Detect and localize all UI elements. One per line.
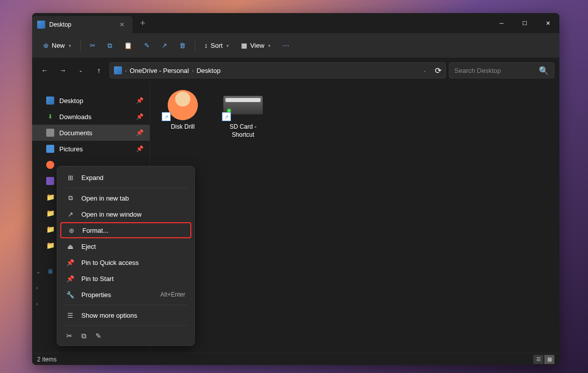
rename-button[interactable]: ✎ xyxy=(139,39,155,52)
copy-icon[interactable]: ⧉ xyxy=(81,332,86,340)
new-button[interactable]: ⊕ New ▾ xyxy=(38,39,76,52)
search-icon: 🔍 xyxy=(539,66,549,75)
recent-button[interactable]: ⌄ xyxy=(73,63,88,78)
format-icon: ⊛ xyxy=(67,227,75,234)
video-icon xyxy=(46,177,54,185)
download-icon: ⬇ xyxy=(46,113,54,121)
plus-icon: ⊕ xyxy=(43,42,49,49)
navbar: ← → ⌄ ↑ › OneDrive - Personal › Desktop … xyxy=(32,58,559,82)
pin-icon: 📌 xyxy=(136,129,144,136)
view-button[interactable]: ▦ View ▾ xyxy=(236,39,276,52)
chevron-down-icon[interactable]: ⌄ xyxy=(418,68,427,73)
shortcut-arrow-icon: ↗ xyxy=(222,112,231,121)
cut-icon: ✂ xyxy=(90,42,95,49)
pictures-icon xyxy=(46,145,54,153)
sidebar-item-desktop[interactable]: Desktop 📌 xyxy=(32,92,150,109)
cut-button[interactable]: ✂ xyxy=(85,39,100,52)
ctx-open-new-tab[interactable]: ⧉ Open in new tab xyxy=(60,190,191,206)
chevron-down-icon: ▾ xyxy=(268,43,271,48)
status-bar: 2 items ☰ ▦ xyxy=(32,353,559,365)
pin-icon: 📌 xyxy=(66,275,74,283)
copy-icon: ⧉ xyxy=(107,42,112,50)
shortcut-arrow-icon: ↗ xyxy=(162,112,171,121)
cut-icon[interactable]: ✂ xyxy=(66,332,72,340)
search-input[interactable] xyxy=(454,67,539,74)
minimize-button[interactable]: ─ xyxy=(490,13,513,33)
breadcrumb-part[interactable]: OneDrive - Personal xyxy=(130,67,189,74)
file-item-sdcard[interactable]: ↗ SD Card - Shortcut xyxy=(220,88,266,139)
chevron-right-icon: › xyxy=(125,68,127,73)
paste-icon: 📋 xyxy=(124,42,132,49)
file-item-diskdrill[interactable]: ↗ Disk Drill xyxy=(160,88,205,139)
rename-icon[interactable]: ✎ xyxy=(95,332,101,340)
ctx-pin-quick-access[interactable]: 📌 Pin to Quick access xyxy=(60,254,191,270)
delete-button[interactable]: 🗑 xyxy=(174,39,191,52)
rename-icon: ✎ xyxy=(144,42,150,49)
view-icon: ▦ xyxy=(241,42,247,49)
up-button[interactable]: ↑ xyxy=(91,63,106,78)
drive-icon: ↗ xyxy=(222,88,264,121)
pin-icon: 📌 xyxy=(136,145,144,152)
ctx-format[interactable]: ⊛ Format... xyxy=(60,222,191,238)
tab-desktop[interactable]: Desktop ✕ xyxy=(32,16,133,33)
ctx-properties[interactable]: 🔧 Properties Alt+Enter xyxy=(60,287,191,303)
sidebar-item-pictures[interactable]: Pictures 📌 xyxy=(32,141,150,157)
folder-icon: 📁 xyxy=(46,241,54,249)
folder-icon: 📁 xyxy=(46,225,54,233)
ctx-show-more[interactable]: ☰ Show more options xyxy=(60,307,191,323)
copy-button[interactable]: ⧉ xyxy=(102,39,117,53)
folder-icon: 📁 xyxy=(46,193,54,201)
window-icon: ↗ xyxy=(66,211,74,218)
address-bar[interactable]: › OneDrive - Personal › Desktop ⌄ ⟳ xyxy=(109,62,446,78)
refresh-button[interactable]: ⟳ xyxy=(435,66,441,75)
share-icon: ↗ xyxy=(162,42,167,49)
details-view-button[interactable]: ☰ xyxy=(533,355,543,364)
chevron-down-icon: ▾ xyxy=(69,43,71,48)
sort-button[interactable]: ↕ Sort ▾ xyxy=(199,39,234,52)
new-tab-button[interactable]: + xyxy=(140,18,146,29)
separator xyxy=(80,40,81,51)
paste-button[interactable]: 📋 xyxy=(119,39,137,52)
separator xyxy=(64,325,187,326)
more-button[interactable]: ⋯ xyxy=(278,39,294,52)
main-pane[interactable]: ↗ Disk Drill ↗ SD Card - Shortcut xyxy=(150,82,559,353)
forward-button[interactable]: → xyxy=(55,63,70,78)
close-button[interactable]: ✕ xyxy=(536,13,559,33)
toolbar: ⊕ New ▾ ✂ ⧉ 📋 ✎ ↗ 🗑 ↕ Sort ▾ ▦ View ▾ ⋯ xyxy=(32,33,559,58)
search-box[interactable]: 🔍 xyxy=(449,62,554,78)
view-toggle: ☰ ▦ xyxy=(533,355,554,364)
sort-icon: ↕ xyxy=(204,42,208,49)
sidebar-item-downloads[interactable]: ⬇ Downloads 📌 xyxy=(32,109,150,125)
share-button[interactable]: ↗ xyxy=(157,39,172,52)
chevron-down-icon[interactable]: ⌄ xyxy=(36,269,40,274)
properties-icon: 🔧 xyxy=(66,291,74,299)
window-controls: ─ ☐ ✕ xyxy=(490,13,559,33)
icons-view-button[interactable]: ▦ xyxy=(544,355,554,364)
chevron-right-icon[interactable]: › xyxy=(36,285,38,291)
back-button[interactable]: ← xyxy=(37,63,52,78)
desktop-icon xyxy=(37,21,45,29)
trash-icon: 🗑 xyxy=(179,42,186,49)
close-tab-button[interactable]: ✕ xyxy=(117,20,127,29)
document-icon xyxy=(46,129,54,137)
tab-title: Desktop xyxy=(49,21,113,28)
desktop-icon xyxy=(46,97,54,105)
chevron-right-icon[interactable]: › xyxy=(36,301,38,307)
file-grid: ↗ Disk Drill ↗ SD Card - Shortcut xyxy=(160,88,549,139)
ctx-eject[interactable]: ⏏ Eject xyxy=(60,238,191,254)
breadcrumb-part[interactable]: Desktop xyxy=(196,67,220,74)
context-menu: ⊞ Expand ⧉ Open in new tab ↗ Open in new… xyxy=(57,166,195,346)
expand-icon: ⊞ xyxy=(66,174,74,181)
separator xyxy=(64,188,187,188)
app-icon: ↗ xyxy=(162,88,204,121)
ctx-expand[interactable]: ⊞ Expand xyxy=(60,169,191,185)
chevron-right-icon: › xyxy=(192,68,193,73)
maximize-button[interactable]: ☐ xyxy=(513,13,536,33)
folder-icon: 📁 xyxy=(46,209,54,217)
ctx-open-new-window[interactable]: ↗ Open in new window xyxy=(60,206,191,222)
chevron-down-icon: ▾ xyxy=(226,43,229,48)
item-count: 2 items xyxy=(37,356,57,363)
sidebar-item-documents[interactable]: Documents 📌 xyxy=(32,125,150,141)
ctx-pin-start[interactable]: 📌 Pin to Start xyxy=(60,270,191,287)
location-icon xyxy=(114,66,122,74)
